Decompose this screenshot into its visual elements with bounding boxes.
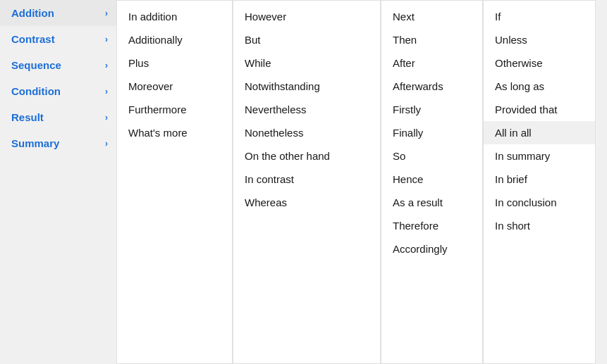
category-item-condition[interactable]: Condition› xyxy=(0,78,116,104)
list-item[interactable]: In conclusion xyxy=(484,191,595,214)
chevron-icon: › xyxy=(105,113,108,123)
list-item[interactable]: Accordingly xyxy=(381,237,482,261)
list-item[interactable]: In contrast xyxy=(233,168,380,191)
category-item-sequence[interactable]: Sequence› xyxy=(0,52,116,78)
menu-container: Addition›Contrast›Sequence›Condition›Res… xyxy=(0,0,607,364)
category-item-summary[interactable]: Summary› xyxy=(0,130,116,156)
category-label: Contrast xyxy=(11,33,55,45)
list-item[interactable]: Firstly xyxy=(381,98,482,121)
list-item[interactable]: Unless xyxy=(484,28,595,51)
list-item[interactable]: Additionally xyxy=(117,28,232,51)
chevron-icon: › xyxy=(105,34,108,44)
categories-column: Addition›Contrast›Sequence›Condition›Res… xyxy=(0,0,116,364)
list-item[interactable]: What's more xyxy=(117,121,232,144)
category-label: Condition xyxy=(11,85,61,97)
list-item[interactable]: Nonetheless xyxy=(233,121,380,144)
category-label: Summary xyxy=(11,137,59,149)
list-item[interactable]: Therefore xyxy=(381,214,482,237)
category-label: Addition xyxy=(11,7,54,19)
chevron-icon: › xyxy=(105,87,108,96)
list-item[interactable]: So xyxy=(381,144,482,168)
list-item[interactable]: Afterwards xyxy=(381,75,482,98)
list-item[interactable]: While xyxy=(233,51,380,75)
list-item[interactable]: However xyxy=(233,5,380,28)
summary-panel: IfUnlessOtherwiseAs long asProvided that… xyxy=(483,0,596,364)
list-item[interactable]: In brief xyxy=(484,168,595,191)
chevron-icon: › xyxy=(105,139,108,149)
category-label: Sequence xyxy=(11,59,61,71)
addition-panel: In additionAdditionallyPlusMoreoverFurth… xyxy=(116,0,233,364)
list-item[interactable]: Next xyxy=(381,5,482,28)
list-item[interactable]: Finally xyxy=(381,121,482,144)
list-item[interactable]: On the other hand xyxy=(233,144,380,168)
list-item[interactable]: As a result xyxy=(381,191,482,214)
list-item[interactable]: In addition xyxy=(117,5,232,28)
list-item[interactable]: Whereas xyxy=(233,191,380,214)
chevron-icon: › xyxy=(105,8,108,18)
list-item[interactable]: But xyxy=(233,28,380,51)
list-item[interactable]: In summary xyxy=(484,144,595,168)
list-item[interactable]: Provided that xyxy=(484,98,595,121)
list-item[interactable]: Furthermore xyxy=(117,98,232,121)
chevron-icon: › xyxy=(105,61,108,70)
list-item[interactable]: Plus xyxy=(117,51,232,75)
list-item[interactable]: In short xyxy=(484,214,595,237)
category-item-result[interactable]: Result› xyxy=(0,104,116,130)
list-item[interactable]: If xyxy=(484,5,595,28)
category-item-addition[interactable]: Addition› xyxy=(0,0,116,26)
contrast-panel: HoweverButWhileNotwithstandingNeverthele… xyxy=(233,0,381,364)
list-item[interactable]: Hence xyxy=(381,168,482,191)
sequence-panel: NextThenAfterAfterwardsFirstlyFinallySoH… xyxy=(381,0,483,364)
list-item[interactable]: All in all xyxy=(484,121,595,144)
list-item[interactable]: Otherwise xyxy=(484,51,595,75)
category-item-contrast[interactable]: Contrast› xyxy=(0,26,116,52)
category-label: Result xyxy=(11,111,44,123)
list-item[interactable]: Then xyxy=(381,28,482,51)
list-item[interactable]: As long as xyxy=(484,75,595,98)
list-item[interactable]: Notwithstanding xyxy=(233,75,380,98)
list-item[interactable]: Nevertheless xyxy=(233,98,380,121)
list-item[interactable]: After xyxy=(381,51,482,75)
list-item[interactable]: Moreover xyxy=(117,75,232,98)
